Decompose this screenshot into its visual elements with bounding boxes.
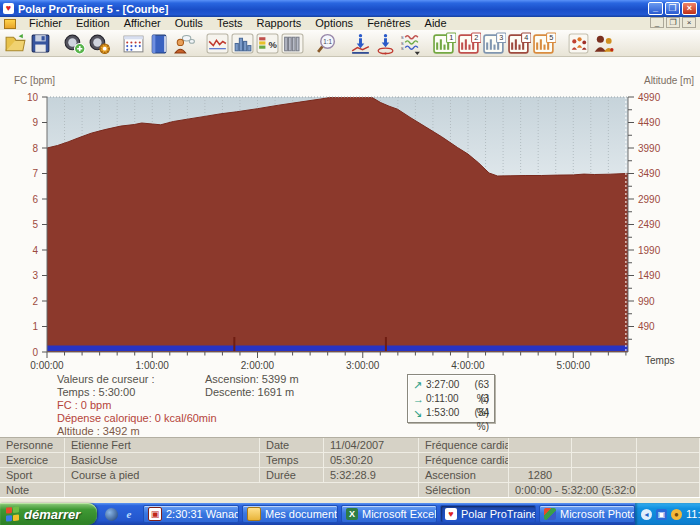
taskbar-button-folder[interactable]: Mes documents <box>242 505 338 523</box>
menu-fichier[interactable]: Fichier <box>22 17 69 30</box>
start-button[interactable]: démarrer <box>0 503 97 525</box>
open-file-icon[interactable] <box>4 32 27 55</box>
table-cell <box>509 453 572 468</box>
taskbar-button-photo[interactable]: Microsoft Photo E... <box>539 505 635 523</box>
frame-bars-icon[interactable] <box>231 32 254 55</box>
mdi-minimize-button[interactable]: _ <box>650 17 664 28</box>
taskbar-button-wanadoo[interactable]: ▣2:30:31 Wanadoo <box>143 505 239 523</box>
chart-view-2-icon[interactable]: 2 <box>458 32 481 55</box>
mdi-close-button[interactable]: × <box>682 17 696 28</box>
table-cell: 0:00:00 - 5:32:00 (5:32:00.0) <box>509 483 637 498</box>
table-cell: Sport <box>0 468 65 483</box>
menu-fentres[interactable]: Fenêtres <box>360 17 417 30</box>
svg-text:4490: 4490 <box>638 117 661 128</box>
frame-percent-icon[interactable]: % <box>256 32 279 55</box>
menu-tests[interactable]: Tests <box>210 17 250 30</box>
svg-text:4:00:00: 4:00:00 <box>451 360 485 371</box>
taskbar-button-polar[interactable]: ♥Polar ProTrainer 5... <box>440 505 536 523</box>
chart-view-3-icon[interactable]: 3 <box>483 32 506 55</box>
minimize-button[interactable]: _ <box>648 2 663 15</box>
svg-text:1:00:00: 1:00:00 <box>136 360 170 371</box>
svg-text:5:00:00: 5:00:00 <box>557 360 591 371</box>
menu-outils[interactable]: Outils <box>168 17 210 30</box>
cursor-value-line-1: FC : 0 bpm <box>57 399 217 412</box>
frame-columns-icon[interactable] <box>281 32 304 55</box>
svg-text:3: 3 <box>499 33 503 42</box>
table-cell: Temps <box>260 453 324 468</box>
svg-text:10: 10 <box>27 92 39 103</box>
table-cell: Durée <box>260 468 324 483</box>
table-cell: Etienne Fert <box>65 438 260 453</box>
chevron-left-icon[interactable]: ◂ <box>641 509 652 520</box>
summary-row-0: ↗3:27:00(63 %) <box>413 378 489 392</box>
taskbar-button-excel[interactable]: XMicrosoft Excel - a... <box>341 505 437 523</box>
chart-view-1-icon[interactable]: 1 <box>433 32 456 55</box>
table-row: NoteSélection0:00:00 - 5:32:00 (5:32:00.… <box>0 483 700 498</box>
update-icon[interactable]: ● <box>671 509 682 520</box>
table-cell <box>572 438 637 453</box>
zoom-1to1-icon[interactable]: 1:1 <box>315 32 338 55</box>
toolbar: %1:1sss12345 <box>0 30 700 57</box>
table-cell: Sélection <box>419 483 509 498</box>
photo-icon <box>544 508 556 520</box>
menu-options[interactable]: Options <box>308 17 360 30</box>
two-people-icon[interactable] <box>592 32 615 55</box>
start-label: démarrer <box>24 507 80 522</box>
table-cell: 05:30:20 <box>324 453 419 468</box>
svg-text:990: 990 <box>638 296 655 307</box>
svg-text:1:1: 1:1 <box>323 38 332 45</box>
diary-icon[interactable] <box>147 32 170 55</box>
svg-text:4990: 4990 <box>638 92 661 103</box>
window-title: Polar ProTrainer 5 - [Courbe] <box>18 3 168 15</box>
menu-rapports[interactable]: Rapports <box>250 17 309 30</box>
system-tray: ◂ ▣ ● 11:05 <box>635 503 700 525</box>
table-cell: Ascension <box>419 468 509 483</box>
msn-globe-icon[interactable] <box>105 508 118 521</box>
svg-text:s: s <box>401 44 404 50</box>
info-curve-icon[interactable] <box>349 32 372 55</box>
taskbar: démarrer e ▣2:30:31 WanadooMes documents… <box>0 503 700 525</box>
wanadoo-icon: ▣ <box>148 507 162 521</box>
chart-view-4-icon[interactable]: 4 <box>508 32 531 55</box>
windows-flag-icon <box>6 506 20 521</box>
ascent-descent-summary-box: ↗3:27:00(63 %)→0:11:00(3 %)↘1:53:00(34 %… <box>407 374 495 423</box>
svg-text:0:00:00: 0:00:00 <box>30 360 64 371</box>
person-note-icon[interactable] <box>172 32 195 55</box>
svg-text:2: 2 <box>32 296 38 307</box>
chart-area[interactable]: 0123456789104909901490199024902990349039… <box>0 57 700 380</box>
direction-arrow-icon: ↘ <box>413 406 426 420</box>
internet-explorer-icon[interactable]: e <box>122 507 136 521</box>
menu-edition[interactable]: Edition <box>69 17 117 30</box>
exercise-info-table: PersonneEtienne FertDate11/04/2007Fréque… <box>0 437 700 498</box>
calendar-icon[interactable] <box>122 32 145 55</box>
watch-settings-icon[interactable] <box>88 32 111 55</box>
menu-aide[interactable]: Aide <box>418 17 454 30</box>
table-cell <box>637 483 700 498</box>
save-icon[interactable] <box>29 32 52 55</box>
info-lap-icon[interactable] <box>374 32 397 55</box>
mdi-restore-button[interactable]: ❐ <box>666 17 680 28</box>
svg-text:8: 8 <box>32 143 38 154</box>
menu-afficher[interactable]: Afficher <box>117 17 168 30</box>
table-cell: Personne <box>0 438 65 453</box>
waves-icon[interactable]: sss <box>399 32 422 55</box>
table-cell: Exercice <box>0 453 65 468</box>
table-cell <box>637 468 700 483</box>
table-row: PersonneEtienne FertDate11/04/2007Fréque… <box>0 438 700 453</box>
cursor-values-heading: Valeurs de curseur : <box>57 373 217 386</box>
close-button[interactable]: × <box>682 2 697 15</box>
table-row: SportCourse à piedDurée5:32:28.9Ascensio… <box>0 468 700 483</box>
network-icon[interactable]: ▣ <box>656 509 667 520</box>
totals-line-1: Descente: 1691 m <box>205 386 299 399</box>
chart-view-5-icon[interactable]: 5 <box>533 32 556 55</box>
table-row: ExerciceBasicUseTemps05:30:20Fréquence c… <box>0 453 700 468</box>
table-cell: Note <box>0 483 65 498</box>
totals-line-0: Ascension: 5399 m <box>205 373 299 386</box>
watch-add-icon[interactable] <box>63 32 86 55</box>
people-podium-icon[interactable] <box>567 32 590 55</box>
restore-button[interactable]: ❐ <box>665 2 680 15</box>
table-cell: 1280 <box>509 468 572 483</box>
svg-text:Altitude [m]: Altitude [m] <box>644 75 694 86</box>
frame-curve-icon[interactable] <box>206 32 229 55</box>
excel-icon: X <box>346 508 358 520</box>
